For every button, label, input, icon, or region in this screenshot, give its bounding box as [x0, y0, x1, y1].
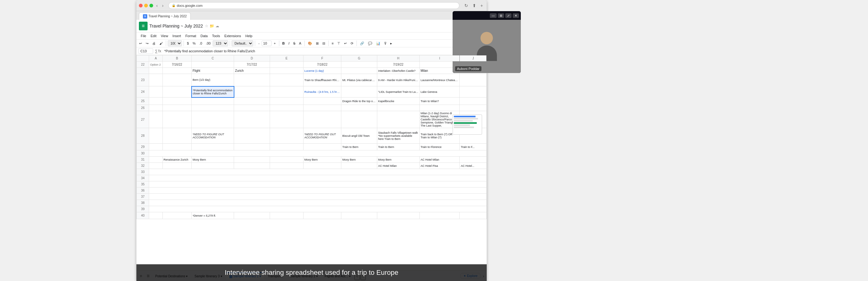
new-tab-button[interactable]: +: [479, 2, 484, 9]
cell-24-j[interactable]: [460, 86, 487, 98]
star-icon[interactable]: ☆: [205, 24, 208, 28]
cell-28-d[interactable]: [234, 128, 270, 144]
cell-26-c[interactable]: [192, 105, 234, 111]
cell-31-j[interactable]: [460, 156, 487, 163]
cell-29-i[interactable]: Train to Florence: [420, 144, 460, 150]
filter-button[interactable]: ⊽: [382, 40, 388, 46]
cell-40-i[interactable]: [420, 212, 460, 219]
cell-25-h[interactable]: Kapellbrucke: [377, 98, 420, 105]
cell-40-j[interactable]: [460, 212, 487, 219]
col-header-d[interactable]: D: [234, 56, 270, 62]
video-tile-button[interactable]: ⊞: [498, 13, 504, 18]
cell-33-all[interactable]: [149, 169, 487, 175]
cell-22-g[interactable]: [341, 62, 377, 68]
cell-32-h[interactable]: AC Hotel Milan: [377, 163, 420, 169]
valign-button[interactable]: ⊤: [336, 40, 342, 46]
cell-28-f[interactable]: *NEED TO FIGURE OUT ACCOMODATION: [303, 128, 341, 144]
cell-39-all[interactable]: [149, 206, 487, 212]
zoom-selector[interactable]: 100%: [168, 40, 182, 46]
format-selector[interactable]: 123: [213, 40, 228, 46]
rotate-button[interactable]: ⟳: [349, 40, 355, 46]
cell-31-f[interactable]: Moxy Bern: [303, 156, 341, 163]
cell-27-f[interactable]: [303, 111, 341, 128]
cell-32-d[interactable]: [234, 163, 270, 169]
cell-31-a[interactable]: [149, 156, 162, 163]
menu-tools[interactable]: Tools: [210, 33, 222, 39]
cell-22-f[interactable]: 7/18/22: [303, 62, 341, 68]
menu-view[interactable]: View: [159, 33, 170, 39]
cell-40-d[interactable]: [234, 212, 270, 219]
chart-button[interactable]: 📊: [374, 40, 382, 46]
cell-22b-h[interactable]: Interlaken -Oberhofen Castle?: [377, 68, 420, 74]
cell-29-c[interactable]: [192, 144, 234, 150]
cell-36-all[interactable]: [149, 187, 487, 194]
cell-27-d[interactable]: [234, 111, 270, 128]
cell-29-f[interactable]: [303, 144, 341, 150]
halign-button[interactable]: ≡: [330, 40, 335, 46]
cell-22-d[interactable]: 7/17/22: [234, 62, 270, 68]
cell-27-b[interactable]: [162, 111, 192, 128]
cell-25-b[interactable]: [162, 98, 192, 105]
cell-40-a[interactable]: [149, 212, 162, 219]
cell-31-i[interactable]: AC Hotel Milan: [420, 156, 460, 163]
undo-button[interactable]: ↩: [137, 40, 144, 46]
formula-expand-icon[interactable]: ∑: [155, 49, 158, 53]
paint-format-button[interactable]: 🖌: [158, 40, 164, 46]
cell-22b-g[interactable]: [341, 68, 377, 74]
percent-button[interactable]: %: [191, 40, 197, 46]
cell-24-g[interactable]: [341, 86, 377, 98]
menu-help[interactable]: Help: [243, 33, 254, 39]
cell-32-c[interactable]: [192, 163, 234, 169]
cell-31-h[interactable]: Moxy Bern: [377, 156, 420, 163]
cell-32-b[interactable]: [162, 163, 192, 169]
cell-23-f[interactable]: Train to Shauffhausen Rhine Falls (1/2 d…: [303, 74, 341, 86]
cell-29-b[interactable]: [162, 144, 192, 150]
cell-23-j[interactable]: [460, 74, 487, 86]
formula-fx-icon[interactable]: fx: [158, 49, 161, 53]
cell-40-h[interactable]: [377, 212, 420, 219]
cell-29-j[interactable]: Train to F...: [460, 144, 487, 150]
cell-32-f[interactable]: [303, 163, 341, 169]
formula-input[interactable]: *Potentially find accommodation closer t…: [163, 48, 485, 54]
folder-icon[interactable]: 📁: [210, 24, 214, 28]
cell-31-c[interactable]: Moxy Bern: [192, 156, 234, 163]
cell-25-e[interactable]: [270, 98, 303, 105]
cell-22-a[interactable]: Option 2: [149, 62, 162, 68]
cell-32-e[interactable]: [270, 163, 303, 169]
cell-28-b[interactable]: [162, 128, 192, 144]
font-size-increase-button[interactable]: +: [272, 40, 277, 46]
cell-23-h[interactable]: 9 AM - Harder Kulm Hike/Funicular (10 mi…: [377, 74, 420, 86]
cell-27-e[interactable]: [270, 111, 303, 128]
decimal-less-button[interactable]: .00: [204, 40, 212, 46]
cell-28-g[interactable]: Biscuit angil Old Town: [341, 128, 377, 144]
cell-34-all[interactable]: [149, 175, 487, 181]
font-size-decrease-button[interactable]: -: [257, 40, 261, 46]
cell-40-g[interactable]: [341, 212, 377, 219]
menu-data[interactable]: Data: [199, 33, 210, 39]
cell-25-a[interactable]: [149, 98, 162, 105]
cell-29-g[interactable]: Train to Bern: [341, 144, 377, 150]
cell-32-g[interactable]: [341, 163, 377, 169]
cell-28-e[interactable]: [270, 128, 303, 144]
cell-31-b[interactable]: Renaissance Zurich: [162, 156, 192, 163]
cell-25-g[interactable]: Dragon Ride to the top of the mt.: [341, 98, 377, 105]
decimal-more-button[interactable]: .0: [198, 40, 204, 46]
col-header-b[interactable]: B: [162, 56, 192, 62]
cell-29-e[interactable]: [270, 144, 303, 150]
cell-22-h[interactable]: 7/19/22: [377, 62, 420, 68]
merge-button[interactable]: ⊟: [321, 40, 327, 46]
cell-30-all[interactable]: [149, 150, 487, 156]
cell-reference-input[interactable]: C13: [138, 48, 153, 54]
cell-25-j[interactable]: [460, 98, 487, 105]
cell-24-f[interactable]: Ruinaulta - (4-8 hrs, 1.5 hr from Zurich…: [303, 86, 341, 98]
cell-24-i[interactable]: Lake Geneva: [420, 86, 460, 98]
cell-26-j[interactable]: [460, 105, 487, 111]
col-header-e[interactable]: E: [270, 56, 303, 62]
cell-23-i[interactable]: Lausanne/Montreux Chateau de Chillon: [420, 74, 460, 86]
cell-25-i[interactable]: Train to Milan?: [420, 98, 460, 105]
active-tab[interactable]: S Travel Planning ~ July 2022: [139, 12, 191, 20]
cell-27-c[interactable]: [192, 111, 234, 128]
cell-29-h[interactable]: Train to Bern: [377, 144, 420, 150]
cell-23-c[interactable]: Bern (1/2 day): [192, 74, 234, 86]
menu-file[interactable]: File: [139, 33, 148, 39]
